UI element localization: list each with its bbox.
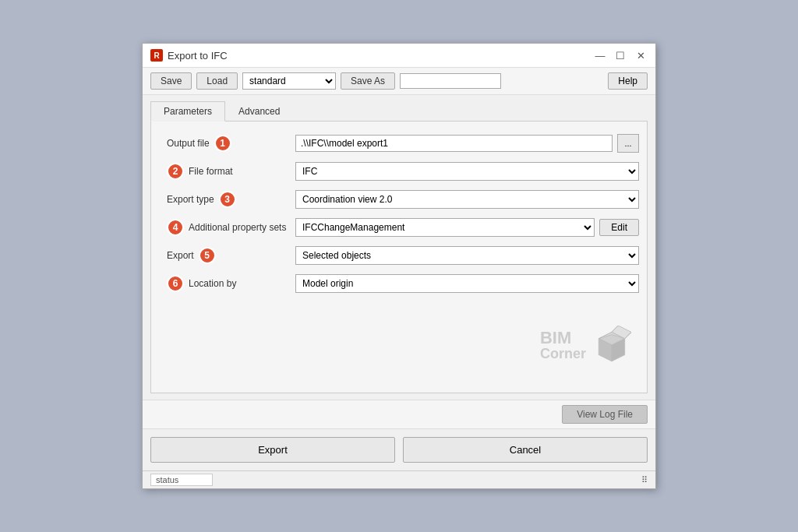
badge-4: 4	[167, 219, 184, 236]
export-button[interactable]: Export	[150, 437, 395, 463]
log-area: View Log File	[143, 400, 655, 429]
title-controls: — ☐ ✕	[593, 48, 648, 62]
window-title: Export to IFC	[168, 50, 228, 62]
preset-select[interactable]: standard	[242, 72, 336, 90]
corner-label: Corner	[540, 347, 586, 361]
additional-property-sets-row: 4 Additional property sets IFCChangeMana…	[167, 218, 639, 237]
badge-1: 1	[214, 135, 231, 152]
file-format-row: 2 File format IFC IFC ZIP IFC XML	[167, 162, 639, 181]
export-type-row: Export type 3 Coordination view 2.0 Coor…	[167, 190, 639, 209]
bim-label: BIM	[540, 329, 586, 347]
tab-advanced[interactable]: Advanced	[225, 101, 293, 121]
minimize-button[interactable]: —	[593, 48, 607, 62]
export-control: Selected objects Visible elements of cur…	[295, 246, 639, 265]
output-file-label: Output file 1	[167, 135, 295, 152]
app-icon-letter: R	[154, 51, 159, 60]
location-by-label: 6 Location by	[167, 275, 295, 292]
save-as-button[interactable]: Save As	[341, 72, 395, 90]
badge-3: 3	[219, 191, 236, 208]
export-select[interactable]: Selected objects Visible elements of cur…	[295, 246, 639, 265]
save-button[interactable]: Save	[150, 72, 192, 90]
toolbar: Save Load standard Save As Help	[143, 68, 655, 95]
bim-corner-logo: BIM Corner	[540, 326, 631, 365]
help-button[interactable]: Help	[608, 72, 648, 90]
export-type-select[interactable]: Coordination view 2.0 Coordination view …	[295, 190, 639, 209]
status-bar: status ⠿	[143, 470, 655, 488]
close-button[interactable]: ✕	[634, 48, 648, 62]
title-bar-left: R Export to IFC	[150, 49, 228, 62]
export-type-label: Export type 3	[167, 191, 295, 208]
tab-parameters[interactable]: Parameters	[150, 101, 225, 122]
file-format-label: 2 File format	[167, 163, 295, 180]
output-file-row: Output file 1 ...	[167, 134, 639, 153]
load-button[interactable]: Load	[196, 72, 238, 90]
additional-property-sets-select[interactable]: IFCChangeManagement None	[295, 218, 595, 237]
status-grip: ⠿	[641, 475, 648, 485]
parameters-panel: Output file 1 ... 2 File format IFC IF	[150, 122, 648, 393]
location-by-select[interactable]: Model origin Project base point Survey p…	[295, 274, 639, 293]
file-format-control: IFC IFC ZIP IFC XML	[295, 162, 639, 181]
status-text: status	[150, 474, 213, 486]
badge-5: 5	[199, 247, 216, 264]
export-row: Export 5 Selected objects Visible elemen…	[167, 246, 639, 265]
export-label: Export 5	[167, 247, 295, 264]
edit-button[interactable]: Edit	[599, 219, 639, 236]
logo-area: BIM Corner	[167, 302, 639, 380]
export-type-control: Coordination view 2.0 Coordination view …	[295, 190, 639, 209]
tabs: Parameters Advanced	[150, 101, 648, 122]
title-bar: R Export to IFC — ☐ ✕	[143, 44, 655, 68]
footer-buttons: Export Cancel	[143, 429, 655, 470]
browse-button[interactable]: ...	[617, 134, 639, 153]
cancel-button[interactable]: Cancel	[403, 437, 648, 463]
bim-box-icon	[592, 326, 631, 365]
location-by-control: Model origin Project base point Survey p…	[295, 274, 639, 293]
additional-property-sets-label: 4 Additional property sets	[167, 219, 295, 236]
output-file-control: ...	[295, 134, 639, 153]
view-log-button[interactable]: View Log File	[562, 405, 648, 424]
badge-2: 2	[167, 163, 184, 180]
bim-text: BIM Corner	[540, 329, 586, 361]
content-area: Parameters Advanced Output file 1 ...	[143, 95, 655, 400]
additional-property-sets-control: IFCChangeManagement None Edit	[295, 218, 639, 237]
badge-6: 6	[167, 275, 184, 292]
location-by-row: 6 Location by Model origin Project base …	[167, 274, 639, 293]
export-to-ifc-window: R Export to IFC — ☐ ✕ Save Load standard…	[142, 43, 656, 489]
maximize-button[interactable]: ☐	[613, 48, 627, 62]
file-format-select[interactable]: IFC IFC ZIP IFC XML	[295, 162, 639, 181]
name-input[interactable]	[400, 73, 501, 89]
app-icon: R	[150, 49, 163, 62]
output-file-input[interactable]	[295, 135, 613, 152]
